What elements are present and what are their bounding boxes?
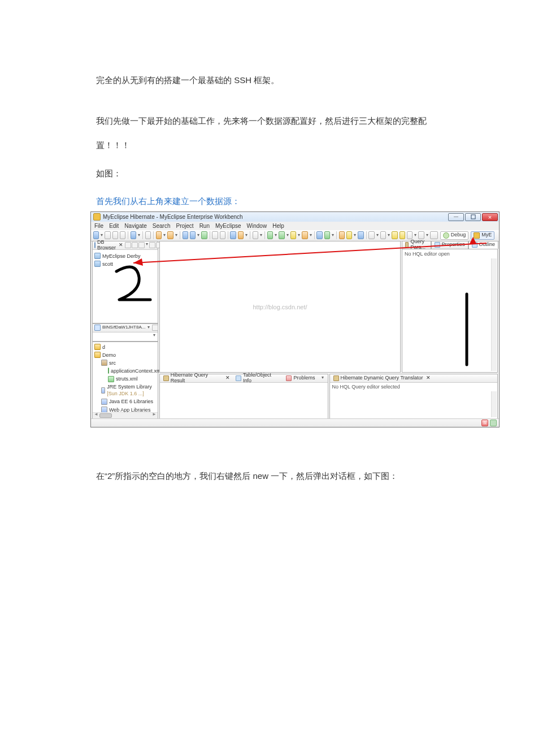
toolbar-button[interactable] bbox=[145, 231, 151, 239]
view-tab[interactable]: BINS/fDaW1JHT8A... ▾ bbox=[93, 324, 158, 332]
view-toolbar-button[interactable] bbox=[138, 242, 145, 248]
tab-query-parameters[interactable]: Query Para... bbox=[402, 241, 431, 249]
view-toolbar-button[interactable] bbox=[152, 325, 158, 331]
tab-outline[interactable]: Outline bbox=[468, 241, 499, 249]
tab-problems[interactable]: Problems bbox=[284, 375, 317, 381]
view-toolbar-button[interactable] bbox=[125, 242, 131, 248]
chevron-down-icon[interactable]: ▾ bbox=[310, 233, 312, 238]
chevron-down-icon[interactable]: ▾ bbox=[332, 233, 334, 238]
menu-search[interactable]: Search bbox=[153, 223, 171, 229]
chevron-down-icon[interactable]: ▾ bbox=[245, 233, 248, 238]
perspective-debug[interactable]: Debug bbox=[440, 231, 469, 240]
chevron-down-icon[interactable]: ▾ bbox=[147, 325, 150, 330]
toolbar-button[interactable] bbox=[105, 231, 110, 239]
chevron-down-icon[interactable]: ▾ bbox=[153, 333, 156, 338]
toolbar-button[interactable] bbox=[167, 231, 173, 239]
toolbar-button[interactable] bbox=[253, 231, 258, 239]
status-icon[interactable] bbox=[490, 420, 497, 426]
toolbar-button[interactable] bbox=[190, 231, 196, 239]
toolbar-button[interactable] bbox=[220, 231, 225, 239]
toolbar-button[interactable] bbox=[339, 231, 345, 239]
src-folder-icon bbox=[101, 360, 107, 366]
chevron-down-icon[interactable]: ▾ bbox=[163, 233, 166, 238]
toolbar-button[interactable] bbox=[400, 231, 405, 239]
toolbar-button[interactable] bbox=[267, 231, 273, 239]
toolbar-button[interactable] bbox=[368, 231, 374, 239]
view-tab[interactable]: DB Browser ✕ ▾ bbox=[93, 241, 158, 250]
vertical-scrollbar[interactable] bbox=[491, 391, 497, 417]
chevron-down-icon[interactable]: ▾ bbox=[414, 233, 416, 238]
menu-run[interactable]: Run bbox=[199, 223, 210, 229]
chevron-down-icon[interactable]: ▾ bbox=[175, 233, 177, 238]
tree-item[interactable]: struts.xml bbox=[116, 375, 138, 382]
chevron-down-icon[interactable]: ▾ bbox=[298, 233, 300, 238]
tree-item[interactable]: MyEclipse Derby bbox=[102, 253, 141, 260]
perspective-myeclipse[interactable]: MyE bbox=[471, 231, 494, 240]
horizontal-scrollbar[interactable]: ◄ ► bbox=[93, 412, 158, 418]
tree-item[interactable]: src bbox=[109, 360, 116, 366]
toolbar-button[interactable] bbox=[120, 231, 125, 239]
toolbar-button[interactable] bbox=[279, 231, 284, 239]
toolbar-button[interactable] bbox=[358, 231, 363, 239]
toolbar-button[interactable] bbox=[316, 231, 322, 239]
tree-item[interactable]: JRE System Library [Sun JDK 1.6 ...] bbox=[107, 383, 156, 397]
toolbar-button[interactable] bbox=[156, 231, 162, 239]
open-perspective-button[interactable] bbox=[430, 231, 438, 239]
toolbar-button[interactable] bbox=[93, 231, 99, 239]
status-icon[interactable]: S bbox=[481, 420, 488, 426]
chevron-down-icon[interactable]: ▾ bbox=[376, 233, 379, 238]
menu-myeclipse[interactable]: MyEclipse bbox=[215, 223, 241, 229]
db-browser-tree[interactable]: MyEclipse Derby scott bbox=[93, 250, 158, 270]
toolbar-button[interactable] bbox=[324, 231, 330, 239]
menu-edit[interactable]: Edit bbox=[109, 223, 119, 229]
menu-window[interactable]: Window bbox=[247, 223, 267, 229]
window-minimize-button[interactable] bbox=[448, 213, 464, 221]
chevron-down-icon[interactable]: ▾ bbox=[354, 233, 356, 238]
toolbar-button[interactable] bbox=[380, 231, 386, 239]
chevron-down-icon[interactable]: ▾ bbox=[145, 242, 149, 248]
toolbar-button[interactable] bbox=[392, 231, 397, 239]
toolbar-button[interactable] bbox=[418, 231, 424, 239]
chevron-down-icon[interactable]: ▾ bbox=[321, 375, 324, 381]
chevron-down-icon[interactable]: ▾ bbox=[388, 233, 390, 238]
menu-navigate[interactable]: Navigate bbox=[124, 223, 146, 229]
toolbar-button[interactable] bbox=[230, 231, 236, 239]
chevron-down-icon[interactable]: ▾ bbox=[197, 233, 199, 238]
toolbar-button[interactable] bbox=[290, 231, 296, 239]
right-tabs: Query Para... Properties Outline bbox=[402, 241, 498, 249]
chevron-down-icon[interactable]: ▾ bbox=[426, 233, 428, 238]
toolbar-button[interactable] bbox=[302, 231, 307, 239]
menu-file[interactable]: File bbox=[94, 223, 103, 229]
chevron-down-icon[interactable]: ▾ bbox=[275, 233, 277, 238]
toolbar-button[interactable] bbox=[407, 231, 413, 239]
toolbar-button[interactable] bbox=[131, 231, 136, 239]
toolbar-button[interactable] bbox=[112, 231, 118, 239]
tree-item[interactable]: scott bbox=[102, 261, 113, 267]
tree-item[interactable]: applicationContext.xml bbox=[111, 368, 162, 374]
vertical-scrollbar[interactable] bbox=[491, 258, 497, 371]
window-close-button[interactable] bbox=[482, 213, 498, 221]
tab-properties[interactable]: Properties bbox=[431, 241, 468, 249]
chevron-down-icon[interactable]: ▾ bbox=[138, 233, 140, 238]
view-min-icon[interactable] bbox=[149, 242, 155, 248]
window-maximize-button[interactable] bbox=[465, 213, 481, 221]
toolbar-button[interactable] bbox=[346, 231, 352, 239]
chevron-down-icon[interactable]: ▾ bbox=[260, 233, 262, 238]
toolbar-button[interactable] bbox=[212, 231, 218, 239]
tree-item[interactable]: Java EE 6 Libraries bbox=[109, 398, 153, 405]
chevron-down-icon[interactable]: ▾ bbox=[286, 233, 289, 238]
bottom-right-tabs: Hibernate Dynamic Query Translator✕ bbox=[330, 374, 498, 383]
tab-dynamic-query-translator[interactable]: Hibernate Dynamic Query Translator✕ bbox=[331, 375, 433, 381]
menu-project[interactable]: Project bbox=[176, 223, 194, 229]
problems-icon bbox=[286, 375, 292, 381]
toolbar-button[interactable] bbox=[183, 231, 188, 239]
chevron-down-icon[interactable]: ▾ bbox=[101, 233, 103, 238]
paragraph-4: 首先我们从右上角来建立一个数据源： bbox=[96, 189, 438, 214]
toolbar-button[interactable] bbox=[201, 231, 207, 239]
view-toolbar-button[interactable] bbox=[132, 242, 138, 248]
tree-item[interactable]: d bbox=[102, 344, 105, 351]
editor-area[interactable]: http://blog.csdn.net/ bbox=[159, 241, 401, 373]
tree-item[interactable]: Demo bbox=[102, 352, 116, 358]
menu-help[interactable]: Help bbox=[272, 223, 284, 229]
toolbar-button[interactable] bbox=[238, 231, 244, 239]
